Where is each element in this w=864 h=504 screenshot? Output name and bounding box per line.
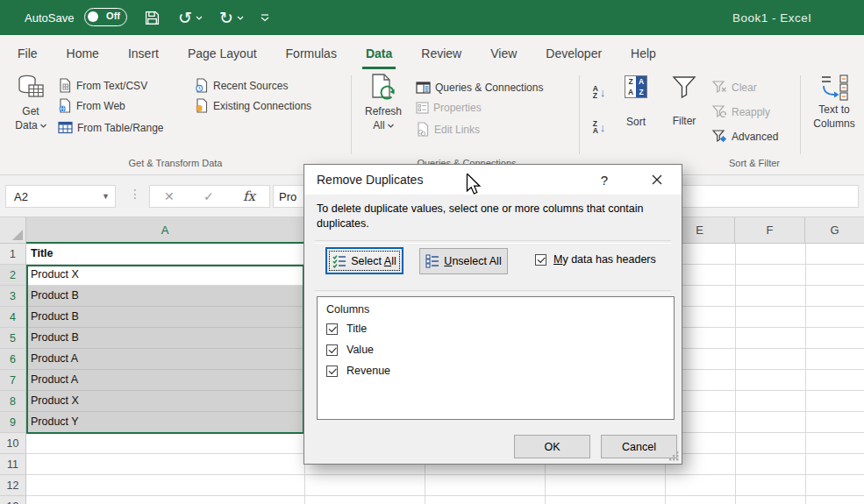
column-item-title[interactable]: Title	[326, 323, 367, 335]
row-header-8[interactable]: 8	[0, 391, 26, 412]
name-box-dropdown-icon[interactable]: ▼	[102, 192, 110, 201]
clear-filter-button[interactable]: Clear	[712, 79, 757, 96]
tab-insert[interactable]: Insert	[128, 35, 159, 72]
from-text-csv-button[interactable]: From Text/CSV	[58, 77, 147, 94]
column-item-value[interactable]: Value	[326, 344, 374, 356]
my-data-has-headers-checkbox[interactable]: My data has headers	[535, 253, 656, 266]
cell-A2[interactable]: Product X	[27, 265, 304, 286]
row-header-13[interactable]: 13	[0, 496, 26, 504]
text-to-columns-label-line1: Text to	[818, 103, 849, 116]
cancel-button[interactable]: Cancel	[601, 435, 677, 458]
row-header-11[interactable]: 11	[0, 454, 26, 475]
advanced-label: Advanced	[732, 131, 778, 143]
tab-formulas[interactable]: Formulas	[286, 35, 337, 72]
sort-za-icon: ZA	[593, 120, 598, 134]
get-data-button[interactable]: Get Data	[7, 74, 54, 131]
column-header-F[interactable]: F	[735, 217, 805, 244]
edit-links-button[interactable]: Edit Links	[416, 121, 480, 138]
row-header-10[interactable]: 10	[0, 433, 26, 454]
cell-A4[interactable]: Product B	[27, 307, 304, 328]
select-all-button[interactable]: Select All	[325, 247, 403, 274]
reapply-filter-button[interactable]: Reapply	[712, 103, 770, 120]
text-to-columns-button[interactable]: Text to Columns	[807, 74, 861, 130]
column-header-G[interactable]: G	[805, 217, 864, 244]
dialog-close-button[interactable]	[643, 165, 671, 195]
existing-connections-button[interactable]: Existing Connections	[195, 97, 311, 114]
checkbox-icon[interactable]	[326, 366, 338, 377]
row-header-1[interactable]: 1	[0, 244, 26, 265]
tab-page-layout[interactable]: Page Layout	[188, 35, 257, 72]
advanced-filter-icon	[712, 130, 727, 143]
autosave-state: Off	[106, 11, 120, 21]
unselect-all-button[interactable]: Unselect All	[419, 248, 508, 274]
column-header-A[interactable]: A	[26, 217, 304, 244]
name-box[interactable]: A2 ▼	[5, 185, 116, 208]
get-data-label-line2: Data	[15, 119, 37, 131]
row-header-3[interactable]: 3	[0, 286, 26, 307]
cell-A5[interactable]: Product B	[27, 328, 304, 349]
recent-sources-label: Recent Sources	[213, 80, 288, 92]
autosave-toggle[interactable]: Off	[84, 8, 127, 26]
insert-function-icon[interactable]: fx	[243, 188, 255, 204]
redo-button[interactable]: ↻	[219, 0, 244, 35]
cell-A9[interactable]: Product Y	[27, 412, 304, 433]
row-header-12[interactable]: 12	[0, 475, 26, 496]
row-header-6[interactable]: 6	[0, 349, 26, 370]
tab-help[interactable]: Help	[631, 35, 656, 72]
checkbox-icon[interactable]	[535, 254, 546, 266]
row-header-9[interactable]: 9	[0, 412, 26, 433]
text-csv-file-icon	[58, 78, 72, 93]
resize-grip[interactable]	[669, 451, 679, 461]
select-all-corner[interactable]	[0, 217, 26, 244]
tab-home[interactable]: Home	[67, 35, 99, 72]
cell-A6[interactable]: Product A	[27, 349, 304, 370]
group-label-get-transform: Get & Transform Data	[0, 158, 351, 168]
checkbox-icon[interactable]	[326, 323, 338, 335]
excel-window: AutoSave Off ↺ ↻ Book1 - Excel	[0, 0, 864, 504]
cell-A8[interactable]: Product X	[27, 391, 304, 412]
save-button[interactable]	[145, 0, 160, 35]
cell-A7[interactable]: Product A	[27, 370, 304, 391]
tab-developer[interactable]: Developer	[546, 35, 602, 72]
cell-A3[interactable]: Product B	[27, 286, 304, 307]
advanced-filter-button[interactable]: Advanced	[712, 128, 778, 145]
confirm-entry-icon[interactable]: ✓	[204, 189, 214, 203]
cancel-entry-icon[interactable]: ✕	[164, 189, 175, 203]
sort-ascending-button[interactable]: AZ ↓	[586, 79, 612, 105]
cell-A1[interactable]: Title	[27, 244, 304, 265]
from-web-button[interactable]: From Web	[58, 97, 125, 114]
recent-sources-icon	[195, 78, 209, 93]
properties-button[interactable]: Properties	[416, 99, 482, 116]
row-header-4[interactable]: 4	[0, 307, 26, 328]
sort-descending-button[interactable]: ZA ↓	[586, 114, 612, 140]
checkbox-icon[interactable]	[326, 344, 338, 356]
filter-button[interactable]: Filter	[663, 75, 705, 127]
row-header-5[interactable]: 5	[0, 328, 26, 349]
from-table-range-button[interactable]: From Table/Range	[58, 119, 164, 136]
row-header-2[interactable]: 2	[0, 265, 26, 286]
dialog-title-bar[interactable]: Remove Duplicates ?	[304, 165, 682, 195]
tab-review[interactable]: Review	[421, 35, 461, 72]
filter-funnel-icon	[672, 75, 696, 99]
sort-button[interactable]: ZAAZ Sort	[614, 75, 658, 128]
filter-label: Filter	[673, 115, 696, 127]
tab-file[interactable]: File	[18, 35, 38, 72]
group-divider	[351, 75, 352, 154]
text-to-columns-label-line2: Columns	[813, 117, 854, 130]
row-header-7[interactable]: 7	[0, 370, 26, 391]
dialog-help-button[interactable]: ?	[590, 165, 618, 195]
queries-connections-button[interactable]: Queries & Connections	[416, 79, 543, 96]
tab-view[interactable]: View	[490, 35, 517, 72]
undo-button[interactable]: ↺	[178, 0, 203, 35]
ok-button[interactable]: OK	[514, 435, 590, 458]
customize-quick-access-button[interactable]	[261, 0, 269, 35]
column-item-label: Value	[346, 344, 374, 356]
properties-label: Properties	[433, 102, 482, 114]
recent-sources-button[interactable]: Recent Sources	[195, 77, 288, 94]
tab-data[interactable]: Data	[366, 35, 392, 72]
formula-bar-resize-handle[interactable]: ⋮	[129, 187, 141, 201]
redo-icon: ↻	[219, 8, 233, 28]
refresh-all-button[interactable]: Refresh All	[360, 74, 407, 131]
ribbon-tab-row: FileHomeInsertPage LayoutFormulasDataRev…	[0, 35, 864, 72]
column-item-revenue[interactable]: Revenue	[326, 365, 390, 377]
